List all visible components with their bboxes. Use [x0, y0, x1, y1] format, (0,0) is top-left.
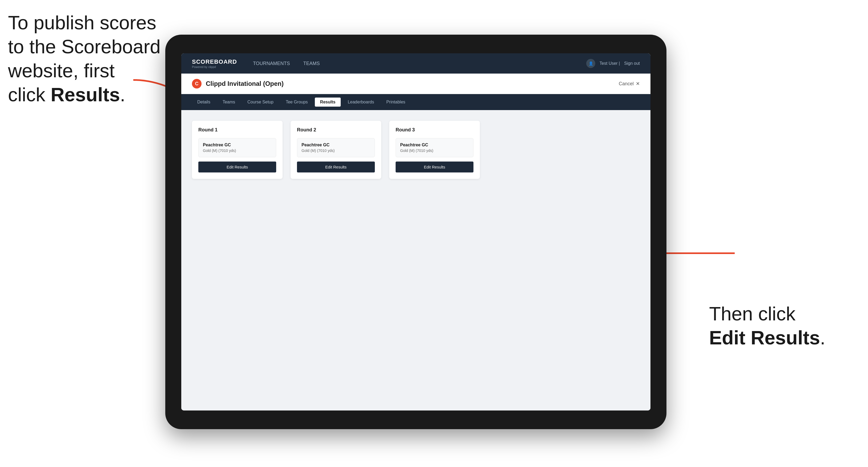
tournament-title-row: C Clippd Invitational (Open)	[192, 79, 284, 89]
round-1-card: Round 1 Peachtree GC Gold (M) (7010 yds)…	[192, 121, 283, 179]
tablet-frame: SCOREBOARD Powered by clippd TOURNAMENTS…	[165, 35, 666, 429]
round-2-course-details: Gold (M) (7010 yds)	[302, 149, 370, 153]
tournament-title: Clippd Invitational (Open)	[206, 80, 284, 87]
round-2-course-card: Peachtree GC Gold (M) (7010 yds)	[297, 138, 375, 157]
round-1-edit-results-button[interactable]: Edit Results	[198, 161, 276, 173]
round-1-course-card: Peachtree GC Gold (M) (7010 yds)	[198, 138, 276, 157]
nav-tournaments[interactable]: TOURNAMENTS	[253, 60, 290, 67]
tab-results[interactable]: Results	[315, 98, 341, 106]
signout-link[interactable]: Sign out	[624, 61, 640, 66]
logo-sub: Powered by clippd	[192, 65, 237, 68]
tab-details[interactable]: Details	[192, 98, 216, 106]
nav-user-text: Test User |	[599, 61, 620, 66]
tournament-icon: C	[192, 79, 202, 89]
top-nav: SCOREBOARD Powered by clippd TOURNAMENTS…	[181, 53, 650, 73]
round-3-title: Round 3	[396, 127, 473, 133]
round-3-card: Round 3 Peachtree GC Gold (M) (7010 yds)…	[389, 121, 480, 179]
scoreboard-logo: SCOREBOARD Powered by clippd	[192, 58, 237, 68]
instruction-left: To publish scores to the Scoreboard webs…	[8, 11, 160, 106]
round-3-course-card: Peachtree GC Gold (M) (7010 yds)	[396, 138, 473, 157]
round-1-course-name: Peachtree GC	[203, 143, 272, 147]
tab-printables[interactable]: Printables	[381, 98, 410, 106]
round-2-card: Round 2 Peachtree GC Gold (M) (7010 yds)…	[290, 121, 381, 179]
round-3-course-details: Gold (M) (7010 yds)	[400, 149, 469, 153]
main-content: Round 1 Peachtree GC Gold (M) (7010 yds)…	[181, 110, 650, 410]
tab-bar: Details Teams Course Setup Tee Groups Re…	[181, 94, 650, 110]
logo-text: SCOREBOARD	[192, 58, 237, 65]
round-1-title: Round 1	[198, 127, 276, 133]
tab-course-setup[interactable]: Course Setup	[242, 98, 279, 106]
rounds-grid: Round 1 Peachtree GC Gold (M) (7010 yds)…	[192, 121, 640, 179]
nav-items: TOURNAMENTS TEAMS	[253, 60, 586, 67]
round-2-title: Round 2	[297, 127, 375, 133]
tablet-screen: SCOREBOARD Powered by clippd TOURNAMENTS…	[181, 53, 650, 410]
nav-teams[interactable]: TEAMS	[303, 60, 320, 67]
tab-tee-groups[interactable]: Tee Groups	[280, 98, 313, 106]
tab-leaderboards[interactable]: Leaderboards	[342, 98, 379, 106]
user-avatar: 👤	[586, 59, 595, 68]
round-2-edit-results-button[interactable]: Edit Results	[297, 161, 375, 173]
round-3-edit-results-button[interactable]: Edit Results	[396, 161, 473, 173]
round-1-course-details: Gold (M) (7010 yds)	[203, 149, 272, 153]
round-2-course-name: Peachtree GC	[302, 143, 370, 147]
tab-teams[interactable]: Teams	[217, 98, 241, 106]
instruction-right: Then click Edit Results.	[709, 302, 825, 350]
tournament-header: C Clippd Invitational (Open) Cancel ✕	[181, 73, 650, 94]
nav-right: 👤 Test User | Sign out	[586, 59, 640, 68]
round-3-course-name: Peachtree GC	[400, 143, 469, 147]
cancel-button[interactable]: Cancel ✕	[619, 81, 640, 87]
